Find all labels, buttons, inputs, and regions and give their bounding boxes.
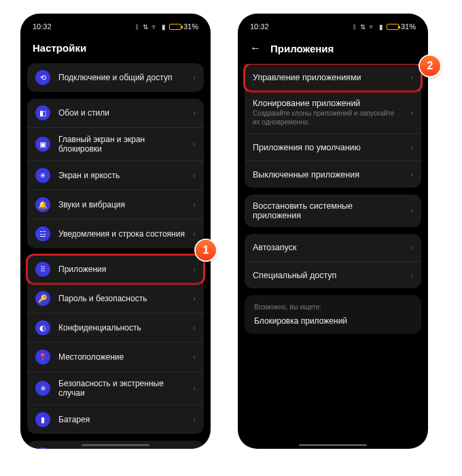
chevron-right-icon: ›	[193, 73, 196, 82]
battery-percent: 31%	[401, 22, 416, 31]
data-icon: ⇅	[360, 23, 366, 31]
key-icon: 🔑	[35, 291, 50, 306]
chevron-right-icon: ›	[193, 200, 196, 209]
row-clone-apps[interactable]: Клонирование приложений Создавайте клоны…	[245, 91, 421, 133]
row-brightness[interactable]: ☀ Экран и яркость ›	[27, 160, 204, 190]
hint-title: Возможно, вы ищете:	[254, 303, 412, 311]
apps-icon: ⠿	[35, 262, 50, 277]
chevron-right-icon: ›	[193, 171, 196, 180]
chevron-right-icon: ›	[410, 243, 413, 252]
page-title: Приложения	[270, 43, 334, 54]
group-manage: Управление приложениями › Клонирование п…	[245, 64, 421, 188]
row-notifications[interactable]: ☳ Уведомления и строка состояния ›	[27, 219, 204, 248]
safety-icon: ✳	[35, 381, 50, 396]
group-autostart: Автозапуск › Специальный доступ ›	[245, 234, 421, 288]
status-right: ᛒ ⇅ ᯤ ▮ 31%	[135, 22, 198, 31]
status-right: ᛒ ⇅ ᯤ ▮ 31%	[353, 22, 416, 31]
chevron-right-icon: ›	[410, 143, 413, 152]
signal-icon: ▮	[162, 23, 166, 31]
chevron-right-icon: ›	[410, 170, 413, 180]
notification-icon: ☳	[35, 226, 50, 241]
battery-indicator: 31%	[387, 22, 416, 31]
data-icon: ⇅	[143, 23, 148, 31]
chevron-right-icon: ›	[193, 108, 196, 118]
page-title: Настройки	[20, 35, 211, 63]
row-disabled-apps[interactable]: Выключенные приложения ›	[245, 160, 421, 188]
chevron-right-icon: ›	[193, 229, 196, 239]
row-wallpaper[interactable]: ◧ Обои и стили ›	[27, 99, 204, 127]
hint-item-app-lock[interactable]: Блокировка приложений	[254, 316, 412, 326]
chevron-right-icon: ›	[193, 384, 196, 393]
wallpaper-icon: ◧	[35, 105, 50, 120]
battery-percent: 31%	[183, 22, 198, 31]
group-connection: ⟲ Подключение и общий доступ ›	[27, 63, 204, 92]
wifi-icon: ᯤ	[369, 23, 376, 31]
row-connection-sharing[interactable]: ⟲ Подключение и общий доступ ›	[27, 63, 204, 92]
row-apps[interactable]: ⠿ Приложения ›	[27, 255, 204, 284]
row-safety[interactable]: ✳ Безопасность и экстренные случаи ›	[27, 371, 204, 405]
group-restore: Восстановить системные приложения ›	[245, 194, 421, 227]
row-password[interactable]: 🔑 Пароль и безопасность ›	[27, 284, 204, 313]
row-home-lock[interactable]: ▣ Главный экран и экран блокировки ›	[27, 127, 204, 160]
row-location[interactable]: 📍 Местоположение ›	[27, 342, 204, 371]
row-manage-apps[interactable]: Управление приложениями ›	[245, 64, 421, 91]
home-indicator	[299, 444, 367, 446]
chevron-right-icon: ›	[193, 352, 196, 362]
chevron-right-icon: ›	[410, 206, 413, 216]
phone-left: 10:32 ᛒ ⇅ ᯤ ▮ 31% Настройки ⟲ Подключени…	[20, 14, 211, 449]
page-header: ← Приложения	[238, 35, 428, 64]
battery-icon: ▮	[35, 412, 50, 427]
star-icon: ★	[35, 447, 50, 449]
status-time: 10:32	[33, 22, 52, 31]
home-indicator	[82, 444, 149, 446]
sun-icon: ☀	[35, 168, 50, 183]
annotation-badge-2: 2	[420, 56, 440, 76]
chevron-right-icon: ›	[193, 294, 196, 303]
row-default-apps[interactable]: Приложения по умолчанию ›	[245, 133, 421, 160]
privacy-icon: ◐	[35, 320, 50, 335]
row-sound[interactable]: 🔔 Звуки и вибрация ›	[27, 190, 204, 219]
chevron-right-icon: ›	[193, 139, 196, 149]
row-special-access[interactable]: Специальный доступ ›	[245, 261, 421, 288]
phone-right: 10:32 ᛒ ⇅ ᯤ ▮ 31% ← Приложения Управлени…	[238, 14, 428, 449]
back-button[interactable]: ←	[250, 42, 261, 54]
chevron-right-icon: ›	[193, 415, 196, 424]
search-hint: Возможно, вы ищете: Блокировка приложени…	[245, 295, 421, 334]
battery-indicator: 31%	[169, 22, 198, 31]
chevron-right-icon: ›	[410, 271, 413, 280]
wifi-icon: ᯤ	[152, 23, 158, 31]
sync-icon: ⟲	[35, 70, 50, 85]
status-bar: 10:32 ᛒ ⇅ ᯤ ▮ 31%	[238, 18, 428, 35]
chevron-right-icon: ›	[410, 108, 413, 118]
chevron-right-icon: ›	[193, 265, 196, 274]
row-privacy[interactable]: ◐ Конфиденциальность ›	[27, 313, 204, 342]
bluetooth-icon: ᛒ	[135, 23, 139, 31]
bluetooth-icon: ᛒ	[353, 23, 357, 31]
group-apps-security: ⠿ Приложения › 🔑 Пароль и безопасность ›…	[27, 255, 204, 434]
row-restore-system-apps[interactable]: Восстановить системные приложения ›	[245, 194, 421, 227]
settings-list: ⟲ Подключение и общий доступ › ◧ Обои и …	[20, 63, 211, 449]
status-bar: 10:32 ᛒ ⇅ ᯤ ▮ 31%	[20, 18, 211, 35]
annotation-badge-1: 1	[196, 240, 216, 260]
status-time: 10:32	[250, 22, 269, 31]
group-display: ◧ Обои и стили › ▣ Главный экран и экран…	[27, 99, 204, 248]
apps-list: Управление приложениями › Клонирование п…	[238, 64, 428, 341]
home-icon: ▣	[35, 137, 50, 152]
chevron-right-icon: ›	[410, 73, 413, 82]
row-battery[interactable]: ▮ Батарея ›	[27, 405, 204, 434]
bell-icon: 🔔	[35, 197, 50, 212]
location-icon: 📍	[35, 350, 50, 364]
signal-icon: ▮	[379, 23, 383, 31]
row-autostart[interactable]: Автозапуск ›	[245, 234, 421, 261]
chevron-right-icon: ›	[193, 323, 196, 333]
